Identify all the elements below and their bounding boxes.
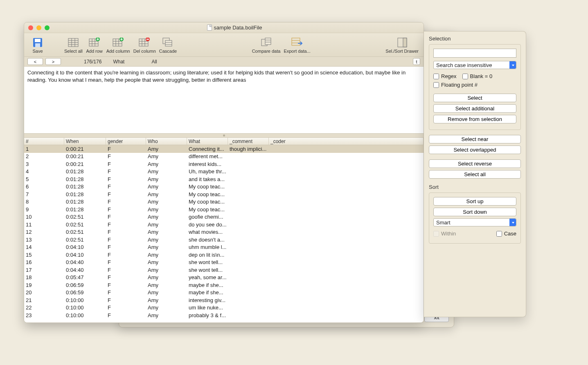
cell: 0:04:40 [64, 266, 106, 274]
cell: Amy [146, 259, 187, 266]
zoom-icon[interactable] [45, 25, 50, 30]
select-near-button[interactable]: Select near [429, 135, 521, 143]
cell: maybe if she... [187, 289, 228, 297]
cell: 5 [24, 175, 64, 183]
select-all-button-drawer[interactable]: Select all [429, 170, 521, 179]
cell: dep on lit is\n... [187, 251, 228, 259]
col-num[interactable]: # [24, 138, 64, 145]
table-row[interactable]: 10:00:21FAmyConnecting it...though impli… [24, 145, 424, 153]
minimize-icon[interactable] [36, 25, 41, 30]
cell [228, 244, 269, 251]
table-row[interactable]: 170:04:40FAmyshe wont tell... [24, 266, 424, 274]
remove-selection-button[interactable]: Remove from selection [433, 115, 516, 123]
float-checkbox[interactable]: Floating point # [433, 82, 478, 88]
table-row[interactable]: 30:00:21FAmyinterest kids... [24, 160, 424, 168]
add-row-button[interactable]: Add row [84, 36, 105, 54]
svg-rect-40 [403, 38, 407, 47]
cell: F [106, 168, 146, 176]
case-checkbox[interactable]: Case [496, 231, 516, 237]
export-data-button[interactable]: Export data... [282, 36, 312, 54]
table-row[interactable]: 190:06:59FAmymaybe if she... [24, 281, 424, 289]
cell: Amy [146, 251, 187, 259]
compare-data-button[interactable]: Compare data [250, 36, 282, 54]
drawer-toggle-button[interactable]: Sel./Sort Drawer [384, 36, 420, 54]
cell: Amy [146, 198, 187, 206]
svg-rect-27 [146, 39, 149, 40]
table-row[interactable]: 160:04:40FAmyshe wont tell... [24, 259, 424, 266]
select-all-button[interactable]: Select all [63, 36, 84, 54]
splitter-handle[interactable] [24, 134, 424, 138]
search-mode-select[interactable]: Search case insensitive [433, 61, 516, 69]
select-overlapped-button[interactable]: Select overlapped [429, 146, 521, 154]
del-column-button[interactable]: Del column [132, 36, 158, 54]
table-row[interactable]: 80:01:28FAmyMy coop teac... [24, 198, 424, 206]
cell [228, 221, 269, 228]
blank-zero-checkbox[interactable]: Blank = 0 [462, 73, 493, 79]
cell: 3 [24, 160, 64, 168]
t-button[interactable]: t [413, 58, 420, 65]
cascade-button[interactable]: Cascade [158, 36, 178, 54]
select-button[interactable]: Select [433, 94, 516, 102]
table-row[interactable]: 140:04:10FAmyuhm mumble l... [24, 244, 424, 251]
col-what[interactable]: What [187, 138, 228, 145]
cell [228, 183, 269, 191]
within-checkbox[interactable]: Within [433, 231, 456, 237]
table-row[interactable]: 50:01:28FAmy and it takes a... [24, 175, 424, 183]
cell: 21 [24, 296, 64, 304]
table-row[interactable]: 90:01:28FAmyMy coop teac... [24, 206, 424, 213]
save-button[interactable]: Save [27, 36, 48, 54]
table-row[interactable]: 150:04:10FAmydep on lit is\n... [24, 251, 424, 259]
cell: F [106, 266, 146, 274]
add-column-button[interactable]: Add column [105, 36, 132, 54]
col-gender[interactable]: gender [106, 138, 146, 145]
cell: 0:06:59 [64, 289, 106, 297]
table-row[interactable]: 210:10:00FAmyinteresting giv... [24, 296, 424, 304]
table-row[interactable]: 200:06:59FAmymaybe if she... [24, 289, 424, 297]
table-row[interactable]: 220:10:00FAmyum like nuke... [24, 304, 424, 312]
cell: goofie chemi... [187, 213, 228, 221]
table-row[interactable]: 180:05:47FAmyyeah, some ar... [24, 274, 424, 282]
titlebar: sample Data.boilFile [24, 22, 424, 33]
col-when[interactable]: When [64, 138, 106, 145]
cell: different met... [187, 153, 228, 161]
cell: 0:02:51 [64, 236, 106, 244]
col-coder[interactable]: _coder [269, 138, 424, 145]
table-row[interactable]: 110:02:51FAmydo you see do... [24, 221, 424, 228]
select-additional-button[interactable]: Select additional [433, 104, 516, 113]
col-who[interactable]: Who [146, 138, 187, 145]
cell [269, 274, 424, 282]
cell: F [106, 145, 146, 153]
table-row[interactable]: 230:10:00FAmyprobably 3 & f... [24, 311, 424, 319]
cell: um like nuke... [187, 304, 228, 312]
cell: interesting giv... [187, 296, 228, 304]
cell: 14 [24, 244, 64, 251]
cell: Amy [146, 304, 187, 312]
cell: Amy [146, 281, 187, 289]
svg-rect-2 [35, 43, 40, 47]
table-row[interactable]: 70:01:28FAmyMy coop teac... [24, 190, 424, 198]
table-row[interactable]: 130:02:51FAmyshe doesn't a... [24, 236, 424, 244]
table-row[interactable]: 100:02:51FAmy goofie chemi... [24, 213, 424, 221]
cell: F [106, 190, 146, 198]
cell: 23 [24, 311, 64, 319]
regex-checkbox[interactable]: Regex [433, 73, 457, 79]
sort-down-button[interactable]: Sort down [433, 208, 516, 216]
cell: 9 [24, 206, 64, 213]
col-comment[interactable]: _comment [228, 138, 269, 145]
sort-mode-select[interactable]: Smart [433, 218, 516, 226]
cell: Connecting it... [187, 145, 228, 153]
sort-up-button[interactable]: Sort up [433, 197, 516, 206]
table-row[interactable]: 60:01:28FAmyMy coop teac... [24, 183, 424, 191]
close-icon[interactable] [28, 25, 33, 30]
navbar: < > 176/176 What All t [24, 57, 424, 67]
table-row[interactable]: 20:00:21FAmydifferent met... [24, 153, 424, 161]
search-input[interactable] [433, 49, 516, 58]
table-row[interactable]: 40:01:28FAmyUh, maybe thr... [24, 168, 424, 176]
table-body[interactable]: 10:00:21FAmyConnecting it...though impli… [24, 145, 424, 322]
next-button[interactable]: > [45, 58, 61, 65]
table-row[interactable]: 120:02:51FAmywhat movies... [24, 228, 424, 236]
window-title: sample Data.boilFile [214, 25, 262, 31]
prev-button[interactable]: < [27, 58, 43, 65]
text-editor[interactable]: Connecting it to the content that you're… [24, 67, 424, 134]
select-reverse-button[interactable]: Select reverse [429, 159, 521, 168]
